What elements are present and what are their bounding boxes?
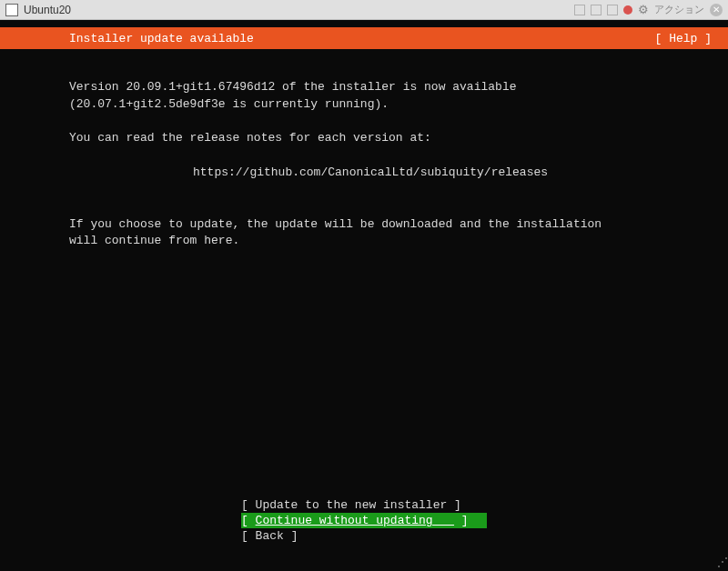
installer-buttons: [ Update to the new installer ] [ Contin… (0, 497, 728, 571)
vm-window: Ubuntu20 ⚙ アクション ✕ Installer update avai… (0, 0, 728, 571)
action-menu-label[interactable]: アクション (654, 3, 704, 16)
gear-icon[interactable]: ⚙ (638, 3, 649, 16)
titlebar: Ubuntu20 ⚙ アクション ✕ (0, 0, 728, 20)
control-box-icon[interactable] (607, 5, 618, 15)
release-notes-url: https://github.com/CanonicalLtd/subiquit… (193, 165, 548, 179)
body-text: (20.07.1+git2.5de9df3e is currently runn… (69, 97, 389, 111)
window-icon (5, 4, 18, 16)
control-box-icon[interactable] (591, 5, 602, 15)
help-button[interactable]: [ Help ] (655, 32, 712, 45)
installer-body: Version 20.09.1+git1.67496d12 of the ins… (0, 49, 728, 497)
body-text: If you choose to update, the update will… (69, 217, 602, 231)
installer-header: Installer update available [ Help ] (0, 27, 728, 49)
close-icon[interactable]: ✕ (710, 4, 723, 16)
installer-title: Installer update available (69, 32, 655, 45)
control-box-icon[interactable] (574, 5, 585, 15)
continue-without-updating-button[interactable]: [ Continue without updating ] (241, 513, 487, 528)
terminal-screen: Installer update available [ Help ] Vers… (0, 20, 728, 571)
record-indicator-icon (623, 5, 632, 15)
body-text: Version 20.09.1+git1.67496d12 of the ins… (69, 80, 516, 94)
back-button[interactable]: [ Back ] (241, 528, 487, 544)
update-installer-button[interactable]: [ Update to the new installer ] (241, 497, 487, 513)
body-text: You can read the release notes for each … (69, 131, 431, 145)
titlebar-controls: ⚙ アクション ✕ (574, 3, 723, 16)
window-title: Ubuntu20 (24, 4, 574, 16)
resize-grip-icon[interactable]: ⋰ (717, 556, 726, 569)
body-text: will continue from here. (69, 234, 239, 247)
